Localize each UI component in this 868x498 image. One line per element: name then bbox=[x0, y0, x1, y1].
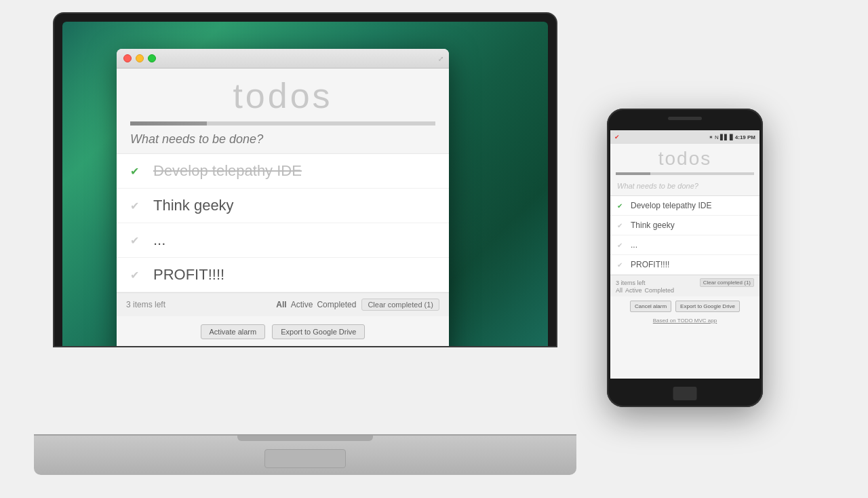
mac-titlebar: ⤢ bbox=[117, 49, 449, 69]
phone-todo-list: ✔ Develop telepathy IDE ✔ Think geeky ✔ … bbox=[610, 196, 760, 275]
phone-status-bar: ✔ ✶ N ▋▋ ▊ 4:19 PM bbox=[610, 130, 760, 144]
table-row: ✔ ... bbox=[117, 223, 449, 258]
phone-footer-top: 3 items left Clear completed (1) bbox=[616, 278, 754, 287]
todo-text: ... bbox=[153, 231, 165, 249]
items-left-count: 3 items left bbox=[126, 300, 271, 309]
phone-items-left: 3 items left bbox=[616, 280, 646, 286]
list-item: ✔ Develop telepathy IDE bbox=[610, 196, 760, 216]
mac-input-row bbox=[117, 126, 449, 154]
table-row: ✔ Develop telepathy IDE bbox=[117, 154, 449, 189]
todo-text: Develop telepathy IDE bbox=[631, 201, 711, 210]
checkmark-icon[interactable]: ✔ bbox=[617, 261, 625, 269]
mac-footer: 3 items left All Active Completed Clear … bbox=[117, 292, 449, 316]
checkmark-icon[interactable]: ✔ bbox=[130, 234, 144, 247]
phone-home-button[interactable] bbox=[673, 387, 697, 400]
phone-input-placeholder: What needs to be done? bbox=[617, 182, 698, 190]
todo-text: PROFIT!!!! bbox=[631, 260, 669, 269]
laptop-body bbox=[34, 434, 576, 475]
phone-filter-active[interactable]: Active bbox=[625, 287, 642, 294]
mac-minimize-button[interactable] bbox=[136, 54, 144, 62]
todo-text: ... bbox=[631, 240, 637, 250]
checkmark-icon[interactable]: ✔ bbox=[617, 202, 625, 210]
mac-window: ⤢ todos bbox=[117, 49, 449, 346]
mac-expand-icon: ⤢ bbox=[438, 55, 443, 62]
checkmark-icon[interactable]: ✔ bbox=[617, 242, 625, 249]
signal-icon: ▋▋ bbox=[720, 134, 728, 140]
list-item: ✔ Think geeky bbox=[610, 216, 760, 235]
todo-text: PROFIT!!!! bbox=[153, 266, 224, 284]
phone-status-check: ✔ bbox=[614, 134, 620, 140]
checkmark-icon[interactable]: ✔ bbox=[617, 222, 625, 229]
filter-links: All Active Completed bbox=[276, 300, 356, 309]
phone-input-row: What needs to be done? bbox=[610, 175, 760, 196]
list-item: ✔ ... bbox=[610, 235, 760, 255]
todo-text: Think geeky bbox=[153, 197, 234, 214]
table-row: ✔ PROFIT!!!! bbox=[117, 258, 449, 292]
mac-app-title: todos bbox=[117, 69, 449, 121]
filter-active[interactable]: Active bbox=[291, 300, 313, 309]
phone-attribution-text: Based on TODO MVC app bbox=[653, 318, 717, 324]
phone: ✔ ✶ N ▋▋ ▊ 4:19 PM todos What needs to b… bbox=[607, 109, 763, 407]
bluetooth-icon: ✶ bbox=[709, 134, 713, 140]
mac-maximize-button[interactable] bbox=[148, 54, 156, 62]
phone-export-button[interactable]: Export to Google Drive bbox=[675, 301, 740, 312]
checkmark-icon[interactable]: ✔ bbox=[130, 199, 144, 212]
mac-todo-list: ✔ Develop telepathy IDE ✔ Think geeky ✔ bbox=[117, 154, 449, 292]
phone-filter-all[interactable]: All bbox=[616, 287, 623, 294]
phone-clear-button[interactable]: Clear completed (1) bbox=[700, 278, 754, 287]
laptop: ⤢ todos bbox=[34, 14, 576, 475]
phone-screen: ✔ ✶ N ▋▋ ▊ 4:19 PM todos What needs to b… bbox=[610, 130, 760, 379]
mac-wallpaper: ⤢ todos bbox=[62, 22, 548, 346]
phone-attribution: Based on TODO MVC app bbox=[610, 316, 760, 326]
filter-all[interactable]: All bbox=[276, 300, 286, 309]
phone-time: 4:19 PM bbox=[735, 134, 755, 140]
phone-status-icons: ✶ N ▋▋ ▊ 4:19 PM bbox=[709, 134, 755, 140]
phone-speaker bbox=[668, 117, 702, 120]
phone-footer-filters: All Active Completed bbox=[616, 287, 754, 294]
list-item: ✔ PROFIT!!!! bbox=[610, 255, 760, 275]
laptop-trackpad bbox=[264, 449, 346, 468]
checkmark-icon[interactable]: ✔ bbox=[130, 165, 144, 178]
scene: ⤢ todos bbox=[0, 0, 868, 498]
activate-alarm-button[interactable]: Activate alarm bbox=[201, 324, 266, 339]
export-button[interactable]: Export to Google Drive bbox=[272, 324, 365, 339]
mac-action-buttons: Activate alarm Export to Google Drive bbox=[117, 316, 449, 346]
laptop-hinge bbox=[237, 436, 373, 441]
table-row: ✔ Think geeky bbox=[117, 189, 449, 223]
clear-completed-button[interactable]: Clear completed (1) bbox=[361, 299, 439, 311]
phone-filter-completed[interactable]: Completed bbox=[645, 287, 675, 294]
nfc-icon: N bbox=[715, 134, 719, 140]
phone-footer: 3 items left Clear completed (1) All Act… bbox=[610, 275, 760, 296]
mac-todo-input[interactable] bbox=[130, 132, 435, 147]
checkmark-icon[interactable]: ✔ bbox=[130, 269, 144, 282]
laptop-screen-outer: ⤢ todos bbox=[54, 14, 556, 346]
battery-icon: ▊ bbox=[730, 134, 734, 140]
filter-completed[interactable]: Completed bbox=[317, 300, 356, 309]
mac-close-button[interactable] bbox=[123, 54, 132, 62]
todo-text: Develop telepathy IDE bbox=[153, 162, 302, 180]
todo-text: Think geeky bbox=[631, 221, 675, 230]
phone-action-buttons: Cancel alarm Export to Google Drive bbox=[610, 296, 760, 316]
phone-app-title: todos bbox=[610, 144, 760, 172]
laptop-screen-bezel: ⤢ todos bbox=[62, 22, 548, 346]
phone-alarm-button[interactable]: Cancel alarm bbox=[630, 301, 671, 312]
